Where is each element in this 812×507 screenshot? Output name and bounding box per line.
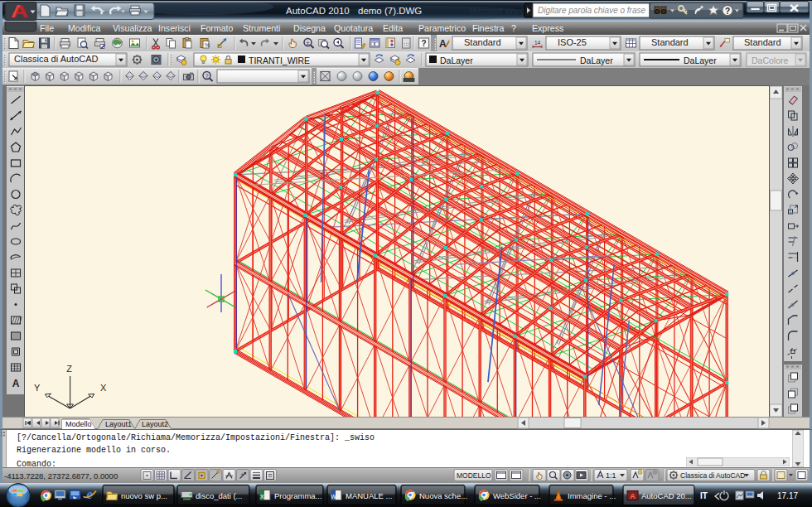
- svg-text:Strumenti: Strumenti: [243, 23, 280, 33]
- svg-text:-4113.7228, 27372.6877, 0.0000: -4113.7228, 27372.6877, 0.0000: [4, 471, 118, 480]
- svg-text:- Microsoft Word: - Microsoft Word: [464, 7, 524, 16]
- svg-text:IT: IT: [700, 491, 708, 500]
- svg-text:Digitare parola chiave o frase: Digitare parola chiave o frase: [538, 6, 646, 15]
- svg-text:disco_dati (...: disco_dati (...: [196, 491, 243, 500]
- svg-text:?: ?: [725, 7, 730, 16]
- svg-text:Modello: Modello: [65, 420, 92, 428]
- svg-text:17.17: 17.17: [777, 491, 798, 500]
- svg-text:Z: Z: [66, 364, 72, 374]
- svg-text:%: %: [205, 42, 210, 48]
- svg-text:demo (7).DWG: demo (7).DWG: [358, 6, 422, 16]
- svg-text:DaLayer: DaLayer: [684, 56, 717, 65]
- svg-text:DaLayer: DaLayer: [440, 56, 473, 65]
- svg-text:File: File: [40, 23, 54, 33]
- svg-text:Modifica: Modifica: [68, 23, 101, 33]
- svg-text:MODELLO: MODELLO: [457, 471, 491, 480]
- svg-text:Classica di AutoCAD: Classica di AutoCAD: [680, 471, 745, 480]
- svg-text:Finestra: Finestra: [472, 23, 504, 33]
- svg-text:Layout2: Layout2: [142, 420, 168, 428]
- svg-text:?: ?: [205, 72, 208, 80]
- svg-text:Layout1: Layout1: [105, 420, 132, 428]
- svg-text:Programma...: Programma...: [274, 491, 322, 500]
- svg-text:TIRANTI_WIRE: TIRANTI_WIRE: [249, 56, 310, 65]
- svg-text:Express: Express: [532, 23, 563, 33]
- svg-text:X: X: [100, 383, 107, 393]
- svg-text:Standard: Standard: [464, 37, 501, 47]
- svg-text:Visualizza: Visualizza: [113, 23, 152, 33]
- svg-text:AutoCAD 2010: AutoCAD 2010: [286, 6, 350, 16]
- svg-text:Standard: Standard: [744, 37, 781, 47]
- svg-text:WebSider - ...: WebSider - ...: [493, 491, 541, 500]
- svg-text:A: A: [630, 492, 636, 500]
- svg-text:Parametrico: Parametrico: [418, 23, 466, 33]
- svg-text:e: e: [86, 486, 93, 502]
- svg-text:A: A: [439, 38, 447, 50]
- svg-text:DaLayer: DaLayer: [580, 56, 613, 65]
- svg-text:1:1: 1:1: [606, 471, 616, 480]
- svg-text:?: ?: [421, 39, 426, 48]
- svg-text:Edita: Edita: [383, 23, 403, 33]
- svg-text:MANUALE ...: MANUALE ...: [346, 491, 393, 500]
- svg-text:+: +: [241, 471, 244, 476]
- svg-text:Y: Y: [34, 383, 41, 393]
- svg-text:Disegna: Disegna: [293, 23, 326, 33]
- svg-text:14: 14: [534, 40, 541, 46]
- svg-text:X: X: [260, 493, 265, 500]
- svg-text:ISO-25: ISO-25: [558, 37, 587, 47]
- svg-text:Quotatura: Quotatura: [334, 23, 373, 33]
- svg-text:A: A: [12, 378, 20, 389]
- svg-text:±: ±: [307, 40, 310, 46]
- svg-text:Immagine - ...: Immagine - ...: [568, 491, 616, 500]
- svg-text:DaColore: DaColore: [752, 56, 789, 65]
- svg-text:Inserisci: Inserisci: [158, 23, 191, 33]
- svg-text:?: ?: [511, 23, 516, 33]
- svg-text:Nuova sche...: Nuova sche...: [419, 491, 467, 500]
- svg-text:Formato: Formato: [201, 23, 234, 33]
- svg-text:Classica di AutoCAD: Classica di AutoCAD: [14, 54, 99, 64]
- svg-text:W: W: [331, 494, 336, 500]
- svg-text:AutoCAD 20...: AutoCAD 20...: [641, 491, 692, 500]
- svg-text:Standard: Standard: [651, 37, 689, 47]
- svg-text:nuovo sw p...: nuovo sw p...: [121, 491, 167, 500]
